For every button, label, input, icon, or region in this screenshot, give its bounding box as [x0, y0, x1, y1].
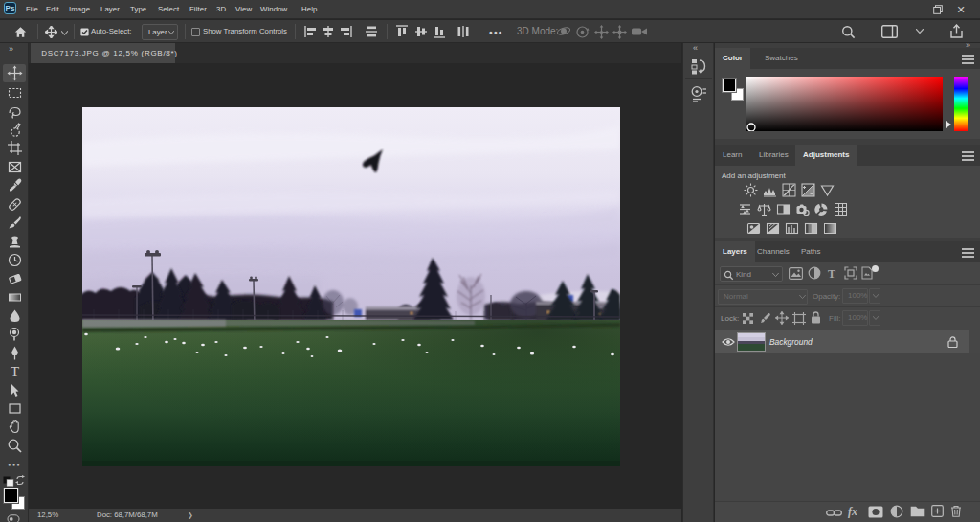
svg-text:T: T	[10, 364, 18, 379]
